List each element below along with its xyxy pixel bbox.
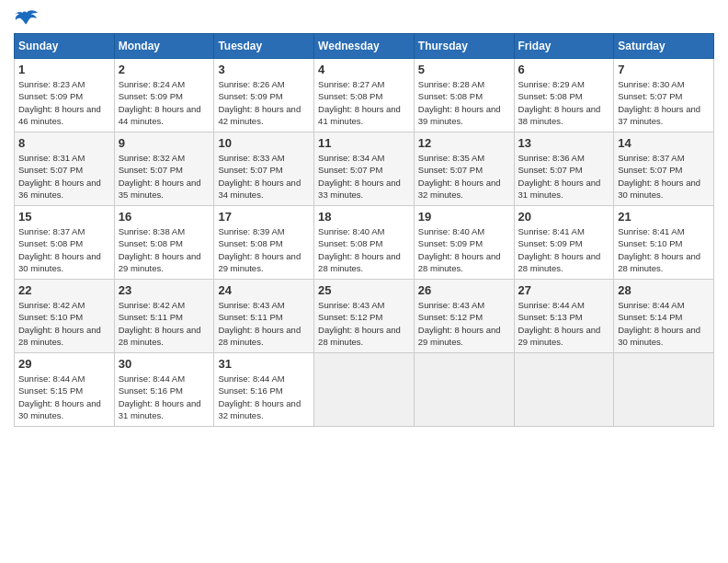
day-number: 26 <box>418 283 510 297</box>
day-number: 13 <box>518 136 610 150</box>
day-number: 21 <box>618 210 710 224</box>
calendar-cell: 10Sunrise: 8:33 AM Sunset: 5:07 PM Dayli… <box>214 132 314 206</box>
calendar-cell <box>414 353 514 427</box>
day-number: 9 <box>119 136 210 150</box>
day-number: 24 <box>218 283 310 297</box>
day-detail: Sunrise: 8:36 AM Sunset: 5:07 PM Dayligh… <box>518 152 610 201</box>
day-number: 5 <box>418 63 510 76</box>
day-number: 6 <box>518 63 610 76</box>
day-detail: Sunrise: 8:34 AM Sunset: 5:07 PM Dayligh… <box>318 152 410 201</box>
day-detail: Sunrise: 8:37 AM Sunset: 5:08 PM Dayligh… <box>18 225 110 274</box>
day-number: 15 <box>18 210 110 224</box>
logo <box>14 9 41 29</box>
day-detail: Sunrise: 8:43 AM Sunset: 5:12 PM Dayligh… <box>318 299 410 348</box>
day-number: 19 <box>418 210 510 224</box>
day-detail: Sunrise: 8:24 AM Sunset: 5:09 PM Dayligh… <box>119 78 210 127</box>
day-detail: Sunrise: 8:44 AM Sunset: 5:16 PM Dayligh… <box>218 373 310 421</box>
calendar-cell: 30Sunrise: 8:44 AM Sunset: 5:16 PM Dayli… <box>114 353 214 427</box>
calendar-cell: 2Sunrise: 8:24 AM Sunset: 5:09 PM Daylig… <box>114 59 214 132</box>
calendar-header-row: SundayMondayTuesdayWednesdayThursdayFrid… <box>15 34 714 59</box>
calendar-cell: 25Sunrise: 8:43 AM Sunset: 5:12 PM Dayli… <box>314 280 415 353</box>
day-detail: Sunrise: 8:43 AM Sunset: 5:11 PM Dayligh… <box>218 299 310 348</box>
day-number: 16 <box>119 210 210 224</box>
calendar-cell <box>314 353 415 427</box>
day-number: 4 <box>318 63 410 76</box>
day-detail: Sunrise: 8:42 AM Sunset: 5:10 PM Dayligh… <box>18 299 110 348</box>
day-number: 10 <box>218 136 310 150</box>
calendar-week-row: 15Sunrise: 8:37 AM Sunset: 5:08 PM Dayli… <box>15 206 714 280</box>
day-detail: Sunrise: 8:44 AM Sunset: 5:16 PM Dayligh… <box>119 373 210 421</box>
day-number: 31 <box>218 357 310 371</box>
calendar-header-friday: Friday <box>514 34 614 59</box>
page-container: SundayMondayTuesdayWednesdayThursdayFrid… <box>0 0 728 436</box>
day-number: 17 <box>218 210 310 224</box>
calendar-cell: 11Sunrise: 8:34 AM Sunset: 5:07 PM Dayli… <box>314 132 415 206</box>
day-number: 14 <box>618 136 710 150</box>
calendar-cell: 8Sunrise: 8:31 AM Sunset: 5:07 PM Daylig… <box>15 132 115 206</box>
day-detail: Sunrise: 8:44 AM Sunset: 5:15 PM Dayligh… <box>18 373 110 421</box>
calendar-cell: 3Sunrise: 8:26 AM Sunset: 5:09 PM Daylig… <box>214 59 314 132</box>
calendar-week-row: 8Sunrise: 8:31 AM Sunset: 5:07 PM Daylig… <box>15 132 714 206</box>
day-number: 27 <box>518 283 610 297</box>
calendar-cell: 6Sunrise: 8:29 AM Sunset: 5:08 PM Daylig… <box>514 59 614 132</box>
calendar-cell: 24Sunrise: 8:43 AM Sunset: 5:11 PM Dayli… <box>214 280 314 353</box>
day-number: 20 <box>518 210 610 224</box>
day-number: 1 <box>18 63 110 76</box>
day-detail: Sunrise: 8:40 AM Sunset: 5:08 PM Dayligh… <box>318 225 410 274</box>
day-detail: Sunrise: 8:42 AM Sunset: 5:11 PM Dayligh… <box>119 299 210 348</box>
calendar-header-tuesday: Tuesday <box>214 34 314 59</box>
day-detail: Sunrise: 8:23 AM Sunset: 5:09 PM Dayligh… <box>18 78 110 127</box>
calendar-cell: 27Sunrise: 8:44 AM Sunset: 5:13 PM Dayli… <box>514 280 614 353</box>
calendar-cell: 21Sunrise: 8:41 AM Sunset: 5:10 PM Dayli… <box>614 206 714 280</box>
day-number: 8 <box>18 136 110 150</box>
calendar-cell: 23Sunrise: 8:42 AM Sunset: 5:11 PM Dayli… <box>114 280 214 353</box>
day-detail: Sunrise: 8:43 AM Sunset: 5:12 PM Dayligh… <box>418 299 510 348</box>
header <box>14 9 714 29</box>
calendar-cell: 5Sunrise: 8:28 AM Sunset: 5:08 PM Daylig… <box>414 59 514 132</box>
day-detail: Sunrise: 8:41 AM Sunset: 5:10 PM Dayligh… <box>618 225 710 274</box>
calendar-cell: 7Sunrise: 8:30 AM Sunset: 5:07 PM Daylig… <box>614 59 714 132</box>
calendar-cell: 20Sunrise: 8:41 AM Sunset: 5:09 PM Dayli… <box>514 206 614 280</box>
calendar-cell: 9Sunrise: 8:32 AM Sunset: 5:07 PM Daylig… <box>114 132 214 206</box>
calendar-cell: 26Sunrise: 8:43 AM Sunset: 5:12 PM Dayli… <box>414 280 514 353</box>
calendar-header-saturday: Saturday <box>614 34 714 59</box>
day-number: 3 <box>218 63 310 76</box>
day-detail: Sunrise: 8:30 AM Sunset: 5:07 PM Dayligh… <box>618 78 710 127</box>
calendar-week-row: 22Sunrise: 8:42 AM Sunset: 5:10 PM Dayli… <box>15 280 714 353</box>
calendar-cell <box>614 353 714 427</box>
day-number: 23 <box>119 283 210 297</box>
day-number: 12 <box>418 136 510 150</box>
logo-bird-icon <box>14 9 40 29</box>
day-number: 18 <box>318 210 410 224</box>
day-number: 22 <box>18 283 110 297</box>
calendar-cell: 22Sunrise: 8:42 AM Sunset: 5:10 PM Dayli… <box>15 280 115 353</box>
day-detail: Sunrise: 8:27 AM Sunset: 5:08 PM Dayligh… <box>318 78 410 127</box>
day-detail: Sunrise: 8:41 AM Sunset: 5:09 PM Dayligh… <box>518 225 610 274</box>
day-number: 2 <box>119 63 210 76</box>
day-detail: Sunrise: 8:44 AM Sunset: 5:13 PM Dayligh… <box>518 299 610 348</box>
day-number: 11 <box>318 136 410 150</box>
calendar-cell: 15Sunrise: 8:37 AM Sunset: 5:08 PM Dayli… <box>15 206 115 280</box>
calendar-header-sunday: Sunday <box>15 34 115 59</box>
calendar-cell: 13Sunrise: 8:36 AM Sunset: 5:07 PM Dayli… <box>514 132 614 206</box>
calendar-header-thursday: Thursday <box>414 34 514 59</box>
calendar-cell: 28Sunrise: 8:44 AM Sunset: 5:14 PM Dayli… <box>614 280 714 353</box>
calendar-cell: 29Sunrise: 8:44 AM Sunset: 5:15 PM Dayli… <box>15 353 115 427</box>
day-detail: Sunrise: 8:35 AM Sunset: 5:07 PM Dayligh… <box>418 152 510 201</box>
calendar-cell: 19Sunrise: 8:40 AM Sunset: 5:09 PM Dayli… <box>414 206 514 280</box>
day-detail: Sunrise: 8:37 AM Sunset: 5:07 PM Dayligh… <box>618 152 710 201</box>
calendar-cell <box>514 353 614 427</box>
calendar-body: 1Sunrise: 8:23 AM Sunset: 5:09 PM Daylig… <box>15 59 714 427</box>
day-number: 28 <box>618 283 710 297</box>
day-detail: Sunrise: 8:44 AM Sunset: 5:14 PM Dayligh… <box>618 299 710 348</box>
day-detail: Sunrise: 8:29 AM Sunset: 5:08 PM Dayligh… <box>518 78 610 127</box>
day-detail: Sunrise: 8:39 AM Sunset: 5:08 PM Dayligh… <box>218 225 310 274</box>
calendar-table: SundayMondayTuesdayWednesdayThursdayFrid… <box>14 33 714 427</box>
day-detail: Sunrise: 8:28 AM Sunset: 5:08 PM Dayligh… <box>418 78 510 127</box>
calendar-week-row: 29Sunrise: 8:44 AM Sunset: 5:15 PM Dayli… <box>15 353 714 427</box>
calendar-week-row: 1Sunrise: 8:23 AM Sunset: 5:09 PM Daylig… <box>15 59 714 132</box>
calendar-cell: 12Sunrise: 8:35 AM Sunset: 5:07 PM Dayli… <box>414 132 514 206</box>
day-detail: Sunrise: 8:26 AM Sunset: 5:09 PM Dayligh… <box>218 78 310 127</box>
day-detail: Sunrise: 8:33 AM Sunset: 5:07 PM Dayligh… <box>218 152 310 201</box>
calendar-cell: 31Sunrise: 8:44 AM Sunset: 5:16 PM Dayli… <box>214 353 314 427</box>
